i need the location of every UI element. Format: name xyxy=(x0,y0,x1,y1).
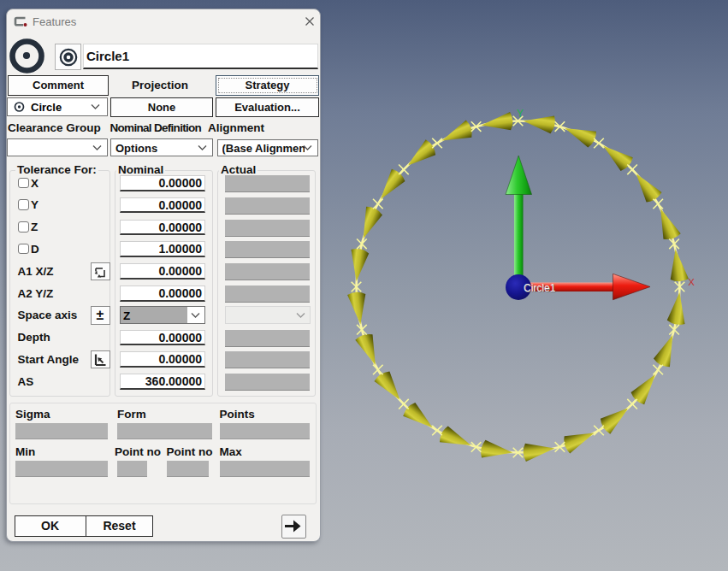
svg-text:X: X xyxy=(688,277,695,287)
svg-text:Circle1: Circle1 xyxy=(524,282,556,294)
svg-text:Y: Y xyxy=(517,108,524,120)
